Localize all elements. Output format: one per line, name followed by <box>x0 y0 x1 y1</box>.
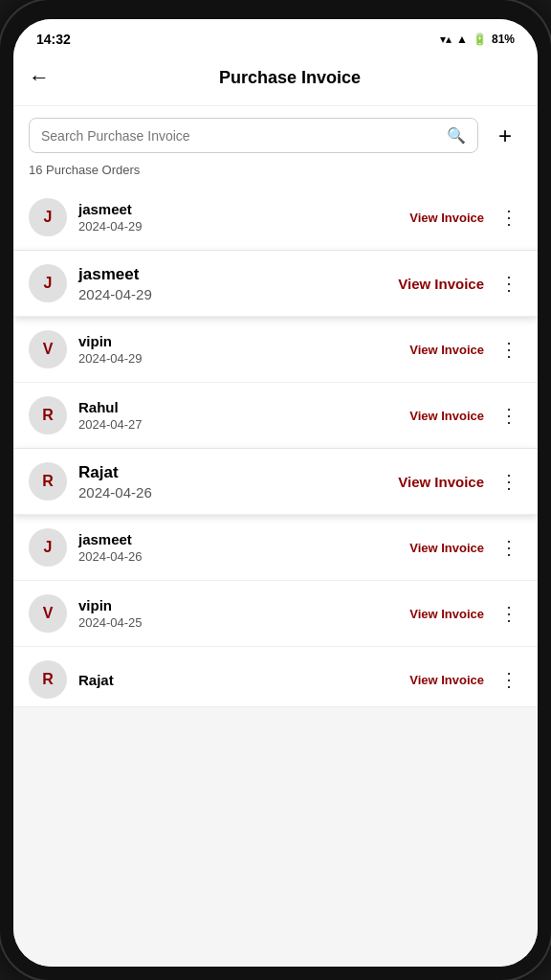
search-input[interactable] <box>41 128 447 144</box>
more-options-icon[interactable]: ⋮ <box>496 470 522 493</box>
invoice-date: 2024-04-29 <box>78 286 386 302</box>
list-item[interactable]: J jasmeet 2024-04-26 View Invoice ⋮ <box>13 515 538 581</box>
list-item[interactable]: V vipin 2024-04-25 View Invoice ⋮ <box>13 581 538 647</box>
search-area: 🔍 + <box>13 106 538 159</box>
invoice-date: 2024-04-29 <box>78 219 398 234</box>
view-invoice-button[interactable]: View Invoice <box>409 673 484 687</box>
orders-count: 16 Purchase Orders <box>13 159 538 185</box>
invoice-info: jasmeet 2024-04-26 <box>78 531 398 564</box>
list-item[interactable]: R Rajat 2024-04-26 View Invoice ⋮ <box>13 449 538 515</box>
avatar: J <box>29 528 67 567</box>
search-icon[interactable]: 🔍 <box>447 126 466 145</box>
battery-icon: 🔋 <box>473 33 487 46</box>
page-title: Purchase Invoice <box>57 68 522 88</box>
invoice-date: 2024-04-26 <box>78 484 386 501</box>
more-options-icon[interactable]: ⋮ <box>496 602 522 625</box>
avatar: R <box>29 396 67 434</box>
avatar: V <box>29 594 67 633</box>
wifi-icon: ▾▴ <box>440 33 452 46</box>
invoice-date: 2024-04-26 <box>78 549 398 564</box>
invoice-list: J jasmeet 2024-04-29 View Invoice ⋮ J ja… <box>13 185 538 967</box>
list-item[interactable]: R Rajat View Invoice ⋮ <box>13 647 538 707</box>
invoice-info: jasmeet 2024-04-29 <box>78 201 398 234</box>
avatar: J <box>29 264 67 302</box>
invoice-name: vipin <box>78 597 398 613</box>
invoice-name: jasmeet <box>78 201 398 217</box>
more-options-icon[interactable]: ⋮ <box>496 272 522 295</box>
battery-percent: 81% <box>492 33 515 46</box>
more-options-icon[interactable]: ⋮ <box>496 206 522 229</box>
invoice-info: vipin 2024-04-25 <box>78 597 398 630</box>
invoice-date: 2024-04-29 <box>78 351 398 366</box>
invoice-date: 2024-04-27 <box>78 417 398 432</box>
back-button[interactable]: ← <box>29 61 57 94</box>
list-item[interactable]: J jasmeet 2024-04-29 View Invoice ⋮ <box>13 185 538 251</box>
invoice-name: Rahul <box>78 399 398 415</box>
view-invoice-button[interactable]: View Invoice <box>398 276 484 292</box>
list-item[interactable]: V vipin 2024-04-29 View Invoice ⋮ <box>13 317 538 383</box>
search-input-wrapper[interactable]: 🔍 <box>29 118 478 153</box>
view-invoice-button[interactable]: View Invoice <box>409 211 484 225</box>
status-bar: 14:32 ▾▴ ▲ 🔋 81% <box>13 19 538 54</box>
view-invoice-button[interactable]: View Invoice <box>409 541 484 555</box>
avatar: J <box>29 198 67 236</box>
status-icons: ▾▴ ▲ 🔋 81% <box>440 33 515 46</box>
status-time: 14:32 <box>36 32 71 47</box>
avatar: R <box>29 660 67 699</box>
invoice-info: vipin 2024-04-29 <box>78 333 398 366</box>
invoice-info: Rajat <box>78 672 398 688</box>
view-invoice-button[interactable]: View Invoice <box>409 343 484 357</box>
more-options-icon[interactable]: ⋮ <box>496 404 522 427</box>
view-invoice-button[interactable]: View Invoice <box>409 409 484 423</box>
invoice-info: Rajat 2024-04-26 <box>78 463 386 501</box>
list-item[interactable]: J jasmeet 2024-04-29 View Invoice ⋮ <box>13 251 538 317</box>
more-options-icon[interactable]: ⋮ <box>496 338 522 361</box>
add-button[interactable]: + <box>488 119 522 153</box>
invoice-name: jasmeet <box>78 265 386 284</box>
view-invoice-button[interactable]: View Invoice <box>398 474 484 490</box>
invoice-info: Rahul 2024-04-27 <box>78 399 398 432</box>
invoice-name: jasmeet <box>78 531 398 547</box>
invoice-name: vipin <box>78 333 398 349</box>
avatar: R <box>29 462 67 501</box>
view-invoice-button[interactable]: View Invoice <box>409 607 484 621</box>
phone-screen: 14:32 ▾▴ ▲ 🔋 81% ← Purchase Invoice 🔍 + … <box>13 19 538 967</box>
list-item[interactable]: R Rahul 2024-04-27 View Invoice ⋮ <box>13 383 538 449</box>
header: ← Purchase Invoice <box>13 54 538 106</box>
more-options-icon[interactable]: ⋮ <box>496 668 522 691</box>
invoice-date: 2024-04-25 <box>78 615 398 630</box>
signal-icon: ▲ <box>456 33 468 46</box>
more-options-icon[interactable]: ⋮ <box>496 536 522 559</box>
invoice-name: Rajat <box>78 463 386 482</box>
invoice-name: Rajat <box>78 672 398 688</box>
phone-shell: 14:32 ▾▴ ▲ 🔋 81% ← Purchase Invoice 🔍 + … <box>0 0 551 980</box>
invoice-info: jasmeet 2024-04-29 <box>78 265 386 302</box>
avatar: V <box>29 330 67 368</box>
